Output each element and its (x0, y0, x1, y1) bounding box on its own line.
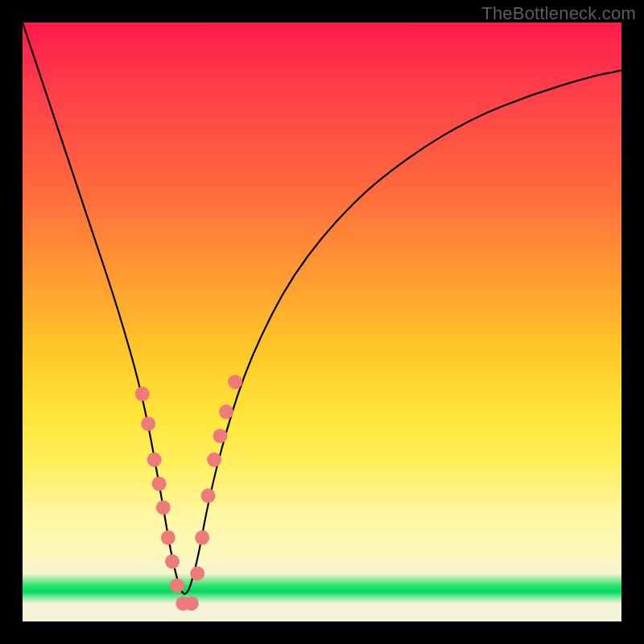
chart-frame: TheBottleneck.com (0, 0, 644, 644)
data-markers (135, 374, 242, 610)
data-point (141, 417, 155, 431)
data-point (165, 555, 180, 569)
bottleneck-curve (23, 23, 621, 594)
plot-area (23, 23, 621, 621)
data-point (184, 597, 199, 611)
data-point (156, 501, 171, 515)
data-point (228, 374, 242, 389)
data-point (170, 578, 184, 592)
data-point (190, 567, 204, 581)
data-point (195, 530, 209, 545)
data-point (135, 386, 150, 401)
data-point (219, 405, 233, 419)
data-point (201, 489, 216, 503)
data-point (147, 452, 162, 467)
data-point (152, 477, 167, 491)
data-point (207, 452, 221, 467)
data-point (213, 428, 228, 443)
curve-layer (23, 23, 621, 621)
data-point (161, 530, 175, 545)
watermark-text: TheBottleneck.com (481, 3, 636, 24)
